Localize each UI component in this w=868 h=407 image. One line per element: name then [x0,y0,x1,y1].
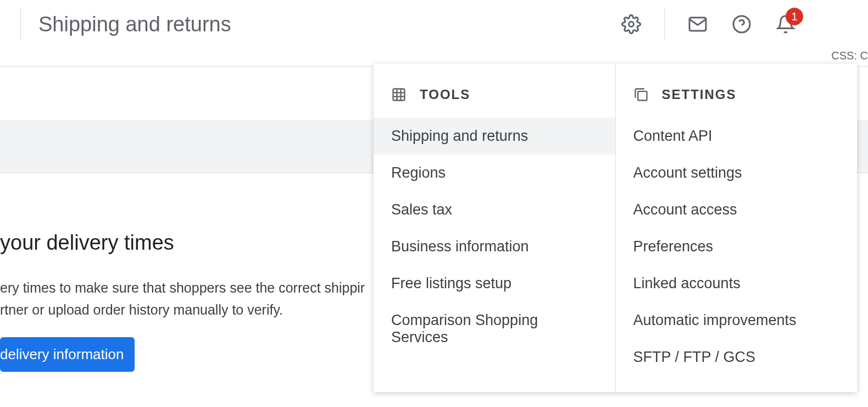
settings-item-preferences[interactable]: Preferences [616,228,858,265]
gear-icon [621,14,641,34]
settings-header: SETTINGS [616,80,858,118]
tools-item-business-info[interactable]: Business information [374,228,615,265]
tools-item-shipping-returns[interactable]: Shipping and returns [374,118,615,155]
settings-item-account-settings[interactable]: Account settings [616,155,858,191]
tools-icon [391,87,407,102]
content-heading: your delivery times [0,231,374,255]
settings-item-sftp-ftp-gcs[interactable]: SFTP / FTP / GCS [616,339,858,376]
tools-column: TOOLS Shipping and returns Regions Sales… [374,64,616,392]
notification-badge: 1 [786,8,803,25]
page-title: Shipping and returns [38,13,231,36]
help-icon [732,14,752,34]
header: Shipping and returns [0,0,868,48]
header-separator [664,8,665,41]
tools-item-sales-tax[interactable]: Sales tax [374,191,615,228]
tools-item-regions[interactable]: Regions [374,155,615,191]
settings-item-linked-accounts[interactable]: Linked accounts [616,265,858,302]
delivery-info-button[interactable]: delivery information [0,337,135,372]
svg-rect-4 [393,89,405,101]
settings-icon [633,87,649,102]
settings-button[interactable] [620,13,642,35]
settings-item-automatic-improvements[interactable]: Automatic improvements [616,302,858,339]
mail-icon [688,14,708,34]
svg-rect-9 [638,91,647,100]
tools-header-label: TOOLS [420,87,470,102]
settings-column: SETTINGS Content API Account settings Ac… [616,64,858,392]
notifications-button[interactable]: 1 [775,13,797,35]
header-icons: 1 [620,8,797,41]
main-content: your delivery times ery times to make su… [0,231,374,372]
svg-point-0 [629,22,634,27]
header-left-edge [0,8,21,41]
content-text: ery times to make sure that shoppers see… [0,277,374,321]
tools-item-comparison-shopping[interactable]: Comparison Shopping Services [374,302,615,356]
settings-dropdown-panel: TOOLS Shipping and returns Regions Sales… [374,64,857,392]
tools-item-free-listings[interactable]: Free listings setup [374,265,615,302]
tools-header: TOOLS [374,80,615,118]
help-button[interactable] [731,13,753,35]
mail-button[interactable] [687,13,709,35]
css-label: CSS: C [831,50,868,62]
content-line-1: ery times to make sure that shoppers see… [0,280,365,295]
settings-item-account-access[interactable]: Account access [616,191,858,228]
content-line-2: rtner or upload order history manually t… [0,302,283,317]
settings-header-label: SETTINGS [662,87,737,102]
settings-item-content-api[interactable]: Content API [616,118,858,155]
